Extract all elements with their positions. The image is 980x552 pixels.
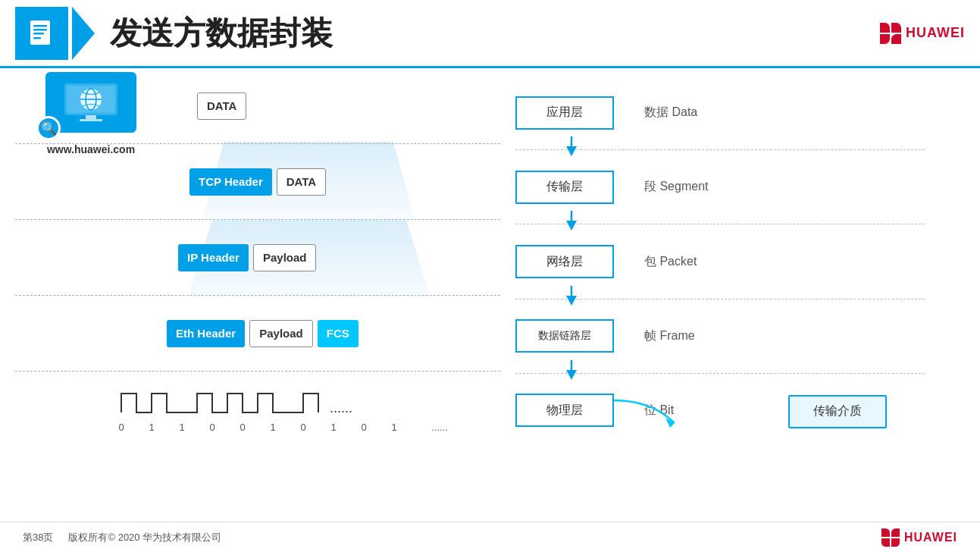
- svg-rect-2: [33, 29, 47, 31]
- layer-label-datalink: 帧 Frame: [644, 328, 695, 344]
- svg-rect-1: [33, 25, 47, 27]
- footer-flower-icon: [881, 528, 900, 547]
- layer-box-network: 网络层: [515, 245, 614, 278]
- main-content: 🔍 www.huawei.com DATA TCP Header DATA IP…: [0, 68, 980, 447]
- page-number: 第38页: [23, 531, 53, 544]
- medium-box: 传输介质: [788, 395, 887, 428]
- right-row-datalink: 数据链路层 帧 Frame: [515, 300, 925, 374]
- layer-box-physical: 物理层: [515, 394, 614, 427]
- svg-marker-20: [566, 370, 577, 380]
- app-boxes: DATA: [197, 93, 246, 120]
- footer-logo: HUAWEI: [881, 528, 957, 547]
- right-arrow-network: [564, 286, 579, 309]
- row-application: DATA: [15, 68, 500, 144]
- svg-rect-4: [33, 37, 41, 39]
- layer-box-app: 应用层: [515, 96, 614, 130]
- layer-box-datalink: 数据链路层: [515, 319, 614, 353]
- document-icon: [27, 18, 57, 49]
- layer-label-app: 数据 Data: [644, 105, 697, 121]
- box-ip-header: IP Header: [178, 244, 249, 271]
- right-layers: 应用层 数据 Data 传输层 段 Segment 网络层: [500, 68, 925, 447]
- network-boxes: IP Header Payload: [178, 244, 316, 271]
- footer-company-name: HUAWEI: [904, 531, 957, 544]
- footer-huawei-logo: HUAWEI: [881, 528, 957, 547]
- svg-marker-14: [566, 146, 577, 156]
- box-data-transport: DATA: [277, 168, 326, 196]
- box-payload-network: Payload: [253, 244, 317, 271]
- svg-marker-16: [566, 221, 577, 231]
- box-payload-datalink: Payload: [249, 320, 313, 347]
- row-physical: ...... 0 1 1 0 0 1 0 1 0: [15, 372, 500, 447]
- header: 发送方数据封装 HUAWEI: [0, 0, 980, 68]
- transport-boxes: TCP Header DATA: [189, 168, 326, 196]
- box-tcp-header: TCP Header: [189, 168, 272, 196]
- left-diagram: 🔍 www.huawei.com DATA TCP Header DATA IP…: [15, 68, 500, 447]
- right-arrow-datalink: [564, 360, 579, 383]
- huawei-flower-icon: [880, 23, 901, 44]
- svg-marker-18: [566, 296, 577, 306]
- company-name: HUAWEI: [906, 25, 965, 41]
- bit-labels: 0 1 1 0 0 1 0 1 0 1: [114, 422, 500, 433]
- row-network: IP Header Payload: [15, 220, 500, 296]
- right-row-app: 应用层 数据 Data: [515, 76, 925, 150]
- box-data-app: DATA: [197, 93, 246, 120]
- footer: 第38页 版权所有© 2020 华为技术有限公司 HUAWEI: [0, 522, 980, 552]
- curve-arrow-svg: [614, 385, 705, 431]
- header-icon-box: [15, 7, 68, 60]
- header-arrow: [72, 7, 95, 60]
- right-arrow-app: [564, 136, 579, 159]
- right-row-transport: 传输层 段 Segment: [515, 150, 925, 224]
- digital-signal-svg: ......: [114, 386, 417, 420]
- layer-box-transport: 传输层: [515, 171, 614, 204]
- svg-text:......: ......: [330, 400, 352, 416]
- right-row-network: 网络层 包 Packet: [515, 224, 925, 299]
- right-row-physical: 物理层 位 Bit 传输介质: [515, 374, 925, 447]
- datalink-boxes: Eth Header Payload FCS: [167, 320, 358, 347]
- svg-rect-3: [33, 33, 44, 35]
- box-fcs: FCS: [318, 320, 358, 347]
- copyright: 版权所有© 2020 华为技术有限公司: [68, 531, 221, 544]
- box-eth-header: Eth Header: [167, 320, 245, 347]
- right-arrow-transport: [564, 211, 579, 234]
- layer-label-network: 包 Packet: [644, 254, 697, 270]
- layer-label-transport: 段 Segment: [644, 179, 708, 195]
- huawei-logo: HUAWEI: [880, 23, 965, 44]
- page-title: 发送方数据封装: [110, 12, 333, 55]
- header-logo-area: HUAWEI: [880, 23, 965, 44]
- row-datalink: Eth Header Payload FCS: [15, 296, 500, 372]
- row-transport: TCP Header DATA: [15, 144, 500, 220]
